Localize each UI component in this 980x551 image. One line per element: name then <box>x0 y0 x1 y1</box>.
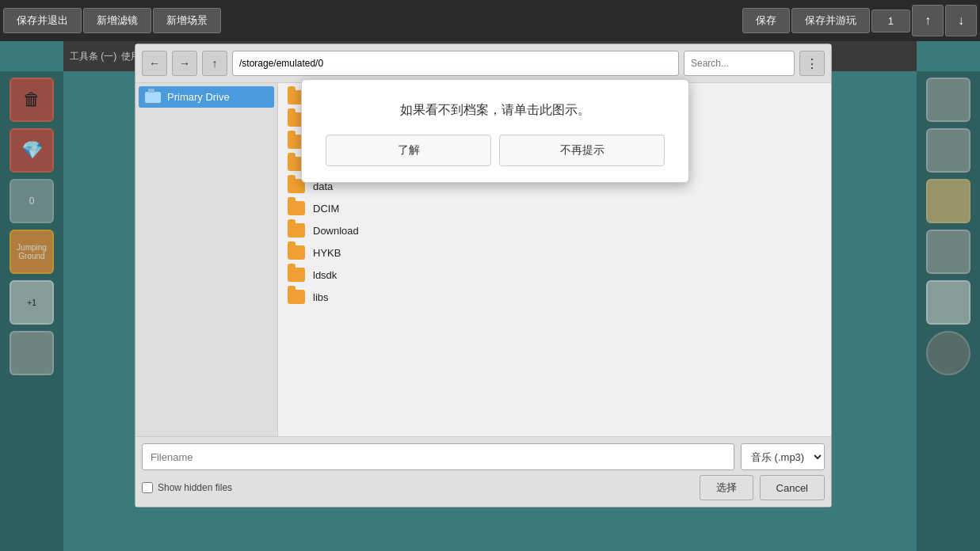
no-show-button[interactable]: 不再提示 <box>499 135 665 166</box>
primary-drive-label: Primary Drive <box>167 91 230 103</box>
back-button[interactable]: ← <box>142 51 167 76</box>
right-icon-1[interactable] <box>926 78 970 122</box>
arrow-controls: ↑ ↓ <box>912 5 977 36</box>
filename-row: 音乐 (.mp3) <box>142 443 825 470</box>
folder-icon <box>288 268 305 282</box>
file-name: ldsdk <box>313 269 337 281</box>
jumping-ground-tile[interactable]: Jumping Ground <box>10 230 54 274</box>
select-button[interactable]: 选择 <box>700 475 753 500</box>
top-toolbar: 保存并退出 新增滤镜 新增场景 保存 保存并游玩 1 ↑ ↓ <box>0 0 980 41</box>
up-button[interactable]: ↑ <box>202 51 227 76</box>
list-item[interactable]: DCIM <box>281 197 828 219</box>
save-exit-button[interactable]: 保存并退出 <box>3 8 82 33</box>
folder-icon <box>288 290 305 304</box>
arrow-down-button[interactable]: ↓ <box>945 5 977 36</box>
tooltip-content: 如果看不到档案，请单击此图示。 了解 不再提示 <box>302 80 688 182</box>
list-item[interactable]: HYKB <box>281 241 828 264</box>
zero-tile[interactable]: 0 <box>10 179 54 223</box>
new-filter-button[interactable]: 新增滤镜 <box>83 8 151 33</box>
new-scene-button[interactable]: 新增场景 <box>153 8 221 33</box>
scene-number: 1 <box>871 10 910 32</box>
view-options-button[interactable]: ⋮ <box>799 51 825 76</box>
path-input[interactable] <box>232 51 679 76</box>
gem-icon[interactable]: 💎 <box>10 128 54 173</box>
show-hidden-label[interactable]: Show hidden files <box>142 482 232 493</box>
gray-tile[interactable] <box>10 331 54 375</box>
action-buttons: 选择 Cancel <box>700 475 825 500</box>
understand-button[interactable]: 了解 <box>326 135 491 166</box>
save-button[interactable]: 保存 <box>742 8 790 33</box>
primary-drive-item[interactable]: Primary Drive <box>139 86 274 108</box>
tooltip-message: 如果看不到档案，请单击此图示。 <box>326 102 665 119</box>
cancel-button[interactable]: Cancel <box>760 475 825 500</box>
show-hidden-checkbox[interactable] <box>142 482 153 493</box>
file-name: DCIM <box>313 203 339 215</box>
right-icon-6[interactable] <box>926 331 970 375</box>
right-icon-5[interactable] <box>926 280 970 325</box>
sub-toolbar-label1: 工具条 (一) <box>70 50 116 63</box>
search-input[interactable] <box>684 51 795 76</box>
file-name: HYKB <box>313 247 341 259</box>
filetype-select[interactable]: 音乐 (.mp3) <box>741 443 825 470</box>
right-icon-4[interactable] <box>926 230 970 274</box>
file-name: Download <box>313 225 359 237</box>
file-name: libs <box>313 291 329 303</box>
arrow-up-button[interactable]: ↑ <box>912 5 944 36</box>
dialog-topbar: ← → ↑ ⋮ <box>135 44 831 83</box>
filename-input[interactable] <box>142 443 734 470</box>
bottom-actions: Show hidden files 选择 Cancel <box>142 475 825 500</box>
delete-icon[interactable]: 🗑 <box>10 78 54 122</box>
right-icon-3[interactable] <box>926 179 970 223</box>
folder-icon <box>288 201 305 215</box>
dialog-bottombar: 音乐 (.mp3) Show hidden files 选择 Cancel <box>135 436 831 507</box>
right-icon-2[interactable] <box>926 128 970 173</box>
list-item[interactable]: Download <box>281 219 828 241</box>
list-item[interactable]: libs <box>281 286 828 308</box>
plus-one-tile[interactable]: +1 <box>10 280 54 325</box>
folder-icon <box>288 223 305 238</box>
folder-icon <box>288 245 305 260</box>
tooltip-dialog: 如果看不到档案，请单击此图示。 了解 不再提示 <box>301 79 689 183</box>
dialog-sidebar: Primary Drive <box>135 83 278 436</box>
forward-button[interactable]: → <box>172 51 197 76</box>
save-play-button[interactable]: 保存并游玩 <box>791 8 870 33</box>
tooltip-buttons: 了解 不再提示 <box>326 135 665 166</box>
list-item[interactable]: ldsdk <box>281 264 828 286</box>
drive-icon <box>145 92 161 103</box>
